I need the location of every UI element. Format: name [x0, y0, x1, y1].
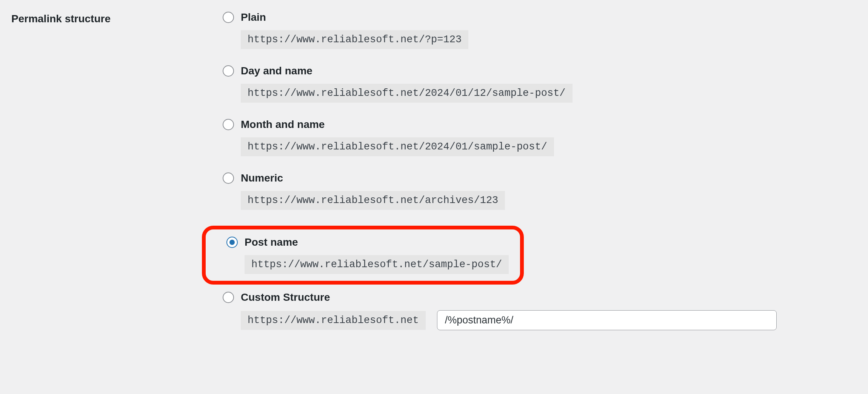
highlighted-option: Post name https://www.reliablesoft.net/s… [202, 226, 524, 285]
custom-prefix: https://www.reliablesoft.net [241, 311, 426, 330]
example-month-name: https://www.reliablesoft.net/2024/01/sam… [241, 137, 554, 156]
radio-month-name[interactable] [223, 119, 234, 130]
label-post-name[interactable]: Post name [245, 236, 298, 248]
section-title: Permalink structure [11, 11, 223, 25]
label-month-name[interactable]: Month and name [241, 119, 325, 131]
label-numeric[interactable]: Numeric [241, 172, 283, 184]
label-custom[interactable]: Custom Structure [241, 291, 330, 303]
option-post-name: Post name https://www.reliablesoft.net/s… [209, 236, 509, 274]
option-month-name: Month and name https://www.reliablesoft.… [223, 119, 857, 156]
option-plain: Plain https://www.reliablesoft.net/?p=12… [223, 11, 857, 49]
example-plain: https://www.reliablesoft.net/?p=123 [241, 30, 468, 49]
example-post-name: https://www.reliablesoft.net/sample-post… [245, 255, 509, 274]
radio-day-name[interactable] [223, 65, 234, 77]
option-numeric: Numeric https://www.reliablesoft.net/arc… [223, 172, 857, 210]
radio-custom[interactable] [223, 292, 234, 303]
custom-structure-input[interactable] [437, 310, 777, 330]
option-custom: Custom Structure https://www.reliablesof… [223, 291, 857, 330]
radio-post-name[interactable] [226, 237, 238, 248]
example-day-name: https://www.reliablesoft.net/2024/01/12/… [241, 84, 573, 103]
radio-plain[interactable] [223, 12, 234, 23]
example-numeric: https://www.reliablesoft.net/archives/12… [241, 191, 505, 210]
label-plain[interactable]: Plain [241, 11, 266, 23]
label-day-name[interactable]: Day and name [241, 65, 312, 77]
permalink-options: Plain https://www.reliablesoft.net/?p=12… [223, 11, 857, 330]
radio-numeric[interactable] [223, 172, 234, 184]
option-day-name: Day and name https://www.reliablesoft.ne… [223, 65, 857, 103]
